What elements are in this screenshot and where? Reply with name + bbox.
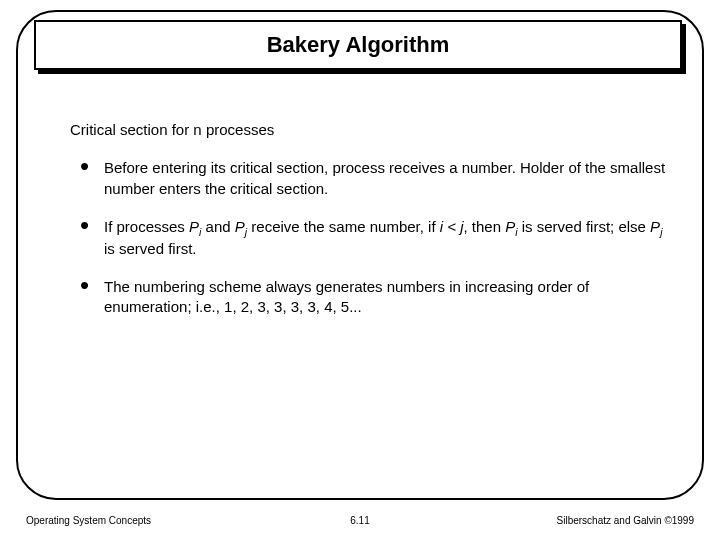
content-area: Critical section for n processes Before … bbox=[70, 120, 672, 336]
title-box: Bakery Algorithm bbox=[34, 20, 682, 70]
slide: Bakery Algorithm Critical section for n … bbox=[0, 0, 720, 540]
bullet-list: Before entering its critical section, pr… bbox=[70, 158, 672, 317]
bullet-text: The numbering scheme always generates nu… bbox=[104, 278, 589, 315]
footer-left: Operating System Concepts bbox=[26, 515, 151, 526]
footer-right: Silberschatz and Galvin ©1999 bbox=[557, 515, 694, 526]
bullet-item: Before entering its critical section, pr… bbox=[70, 158, 672, 199]
bullet-item: The numbering scheme always generates nu… bbox=[70, 277, 672, 318]
bullet-text: Before entering its critical section, pr… bbox=[104, 159, 665, 196]
footer: Operating System Concepts 6.11 Silbersch… bbox=[26, 515, 694, 526]
section-label: Critical section for n processes bbox=[70, 120, 672, 140]
bullet-text: If processes Pi and Pj receive the same … bbox=[104, 218, 662, 257]
bullet-item: If processes Pi and Pj receive the same … bbox=[70, 217, 672, 259]
slide-title: Bakery Algorithm bbox=[267, 32, 450, 58]
